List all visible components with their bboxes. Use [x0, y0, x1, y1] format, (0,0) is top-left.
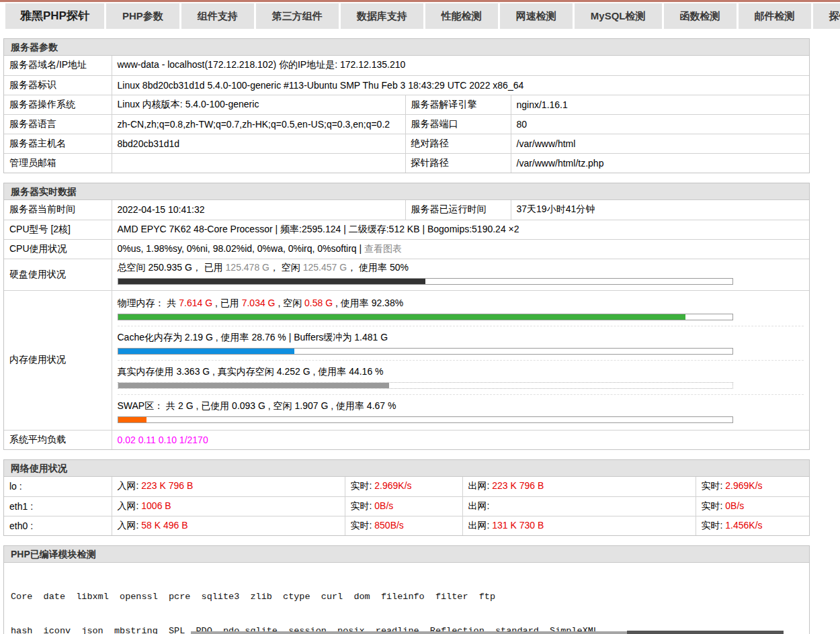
disk-usage-text: 总空间 250.935 G， 已用 125.478 G， 空闲 125.457 … [118, 261, 804, 275]
row-label: 系统平均负载 [4, 430, 112, 449]
cache-memory-text: Cache化内存为 2.19 G , 使用率 28.76 % | Buffers… [118, 330, 804, 345]
tab-functions[interactable]: 函数检测 [664, 3, 737, 29]
net-in-rt-cell: 实时: 0B/s [345, 496, 462, 516]
row-label: 服务器端口 [405, 114, 511, 134]
net-in-cell: 入网: 223 K 796 B [112, 477, 345, 496]
net-out-cell: 出网: 131 K 730 B [462, 516, 696, 535]
tab-php-params[interactable]: PHP参数 [106, 3, 179, 29]
cache-memory-bar-fill [118, 349, 295, 354]
table-row: eth1 : 入网: 1006 B 实时: 0B/s 出网: 实时: 0B/s [4, 496, 809, 516]
row-value: nginx/1.16.1 [511, 95, 809, 114]
modules-line: Core date libxml openssl pcre sqlite3 zl… [11, 591, 802, 602]
net-out-value: 131 K 730 B [492, 520, 544, 531]
top-accent-line [0, 0, 840, 2]
row-value: zh-CN,zh;q=0.8,zh-TW;q=0.7,zh-HK;q=0.5,e… [112, 114, 405, 134]
net-in-value: 223 K 796 B [141, 480, 193, 491]
net-in-value: 1006 B [141, 500, 171, 511]
row-value [112, 153, 405, 173]
physical-memory-bar [118, 314, 733, 320]
table-row: 服务器操作系统 Linux 内核版本: 5.4.0-100-generic 服务… [4, 95, 809, 114]
row-label: 服务器域名/IP地址 [4, 56, 112, 75]
interface-name: eth0 : [4, 516, 112, 535]
section-modules-header: PHP已编译模块检测 [4, 546, 809, 563]
tab-netspeed[interactable]: 网速检测 [500, 3, 573, 29]
table-row: eth0 : 入网: 58 K 496 B 实时: 850B/s 出网: 131… [4, 516, 809, 535]
interface-name: lo : [4, 477, 112, 496]
section-realtime: 服务器实时数据 服务器当前时间 2022-04-15 10:41:32 服务器已… [3, 183, 810, 450]
cpu-model-value: AMD EPYC 7K62 48-Core Processor | 频率:259… [112, 220, 809, 239]
physical-memory-text: 物理内存： 共 7.614 G , 已用 7.034 G , 空闲 0.58 G… [118, 296, 804, 311]
net-out-value: 223 K 796 B [492, 480, 544, 491]
net-out-rt-value: 0B/s [725, 500, 744, 511]
net-in-rt-cell: 实时: 2.969K/s [345, 477, 462, 496]
physical-memory-bar-fill [118, 314, 685, 320]
disk-free-value: 125.457 G [303, 262, 347, 273]
mem-used-value: 7.034 G [242, 298, 276, 308]
modules-list: Core date libxml openssl pcre sqlite3 zl… [4, 563, 809, 634]
tab-database[interactable]: 数据库支持 [341, 3, 423, 29]
tab-download[interactable]: 探针下载 [813, 3, 840, 29]
section-modules: PHP已编译模块检测 Core date libxml openssl pcre… [3, 545, 810, 634]
table-row: lo : 入网: 223 K 796 B 实时: 2.969K/s 出网: 22… [4, 477, 809, 496]
net-out-cell: 出网: 223 K 796 B [462, 477, 696, 496]
row-label: 服务器语言 [4, 114, 112, 134]
section-server-params-header: 服务器参数 [4, 39, 809, 56]
row-label: CPU使用状况 [4, 239, 112, 259]
net-out-rt-value: 2.969K/s [725, 480, 762, 491]
scrollbar-thumb-fragment[interactable] [627, 631, 784, 634]
physical-memory-group: 物理内存： 共 7.614 G , 已用 7.034 G , 空闲 0.58 G… [118, 292, 804, 326]
disk-usage-bar [118, 278, 733, 285]
table-row: 服务器标识 Linux 8bd20cb31d1d 5.4.0-100-gener… [4, 75, 809, 95]
table-row: CPU型号 [2核] AMD EPYC 7K62 48-Core Process… [4, 220, 809, 239]
network-table: lo : 入网: 223 K 796 B 实时: 2.969K/s 出网: 22… [4, 477, 809, 535]
table-row: 硬盘使用状况 总空间 250.935 G， 已用 125.478 G， 空闲 1… [4, 259, 809, 290]
row-label: 服务器已运行时间 [405, 200, 511, 220]
table-row: 服务器主机名 8bd20cb31d1d 绝对路径 /var/www/html [4, 134, 809, 153]
table-row: 服务器语言 zh-CN,zh;q=0.8,zh-TW;q=0.7,zh-HK;q… [4, 114, 809, 134]
server-params-table: 服务器域名/IP地址 www-data - localhost(172.12.2… [4, 56, 809, 173]
cache-memory-group: Cache化内存为 2.19 G , 使用率 28.76 % | Buffers… [118, 326, 804, 360]
section-network: 网络使用状况 lo : 入网: 223 K 796 B 实时: 2.969K/s… [3, 459, 810, 536]
net-in-cell: 入网: 1006 B [112, 496, 345, 516]
row-value: 8bd20cb31d1d [112, 134, 405, 153]
row-value: 80 [511, 114, 809, 134]
uptime-value: 37天19小时41分钟 [511, 200, 809, 220]
tab-third-party[interactable]: 第三方组件 [256, 3, 339, 29]
swap-text: SWAP区： 共 2 G , 已使用 0.093 G , 空闲 1.907 G … [118, 399, 804, 414]
mem-free-value: 0.58 G [304, 298, 333, 308]
tab-components[interactable]: 组件支持 [181, 3, 254, 29]
row-value: /var/www/html/tz.php [511, 153, 809, 173]
row-label: 硬盘使用状况 [4, 259, 112, 290]
horizontal-scrollbar-fragment [0, 631, 840, 634]
row-label: 服务器解译引擎 [405, 95, 511, 114]
row-label: CPU型号 [2核] [4, 220, 112, 239]
server-time-value: 2022-04-15 10:41:32 [112, 200, 405, 220]
tab-mysql[interactable]: MySQL检测 [575, 3, 662, 29]
row-label: 服务器标识 [4, 75, 112, 95]
cache-memory-bar [118, 348, 733, 355]
real-memory-bar-fill [118, 383, 390, 388]
net-in-cell: 入网: 58 K 496 B [112, 516, 345, 535]
net-in-rt-cell: 实时: 850B/s [345, 516, 462, 535]
net-in-value: 58 K 496 B [141, 520, 187, 531]
row-value: Linux 内核版本: 5.4.0-100-generic [112, 95, 405, 114]
memory-usage-cell: 物理内存： 共 7.614 G , 已用 7.034 G , 空闲 0.58 G… [112, 290, 809, 430]
view-chart-link[interactable]: 查看图表 [364, 243, 402, 254]
swap-bar [118, 416, 733, 423]
swap-bar-fill [118, 417, 147, 422]
table-row: 内存使用状况 物理内存： 共 7.614 G , 已用 7.034 G , 空闲… [4, 290, 809, 430]
tab-performance[interactable]: 性能检测 [425, 3, 498, 29]
real-memory-text: 真实内存使用 3.363 G , 真实内存空闲 4.252 G , 使用率 44… [118, 365, 804, 379]
row-value: /var/www/html [511, 134, 809, 153]
row-label: 管理员邮箱 [4, 153, 112, 173]
load-average-value: 0.02 0.11 0.10 1/2170 [112, 430, 809, 449]
real-memory-bar [118, 382, 733, 389]
net-in-rt-value: 0B/s [374, 500, 393, 511]
realtime-table: 服务器当前时间 2022-04-15 10:41:32 服务器已运行时间 37天… [4, 200, 809, 449]
tab-mail[interactable]: 邮件检测 [739, 3, 811, 29]
disk-used-value: 125.478 G [226, 262, 269, 273]
row-label: 内存使用状况 [4, 290, 112, 430]
table-row: 服务器域名/IP地址 www-data - localhost(172.12.2… [4, 56, 809, 75]
section-network-header: 网络使用状况 [4, 460, 809, 477]
row-label: 服务器操作系统 [4, 95, 112, 114]
